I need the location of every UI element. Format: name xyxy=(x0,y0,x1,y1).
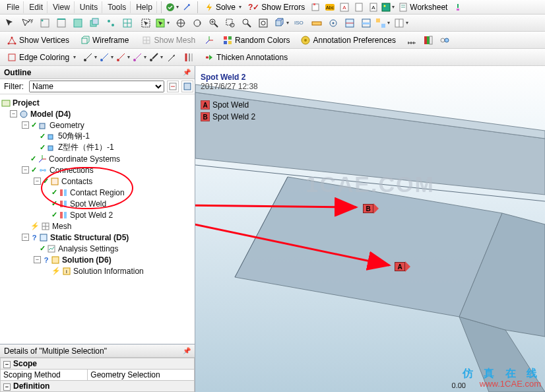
svg-point-57 xyxy=(15,42,16,44)
menu-tools[interactable]: Tools xyxy=(104,1,131,13)
tree-solinfo[interactable]: Solution Information xyxy=(73,267,144,276)
edge-coloring-button[interactable]: Edge Coloring▾ xyxy=(3,50,80,65)
menu-edit[interactable]: Edit xyxy=(25,1,48,13)
tree-geo1[interactable]: 50角钢-1 xyxy=(58,131,90,142)
menu-view[interactable]: View xyxy=(49,1,75,13)
solve-button[interactable]: Solve▾ xyxy=(202,2,244,13)
sel-vertex-icon[interactable] xyxy=(38,16,52,30)
tree-geometry[interactable]: Geometry xyxy=(49,121,84,130)
edge-style-1-icon[interactable]: ▾ xyxy=(99,50,113,65)
zoom-icon[interactable] xyxy=(207,16,221,30)
select-mode-1-icon[interactable] xyxy=(3,16,17,30)
tb-icon-abc[interactable]: Abc xyxy=(323,1,337,13)
tree-solution[interactable]: Solution (D6) xyxy=(62,255,112,265)
edge-thick-icon[interactable] xyxy=(181,50,196,65)
tree-connections[interactable]: Connections xyxy=(49,166,94,175)
refresh-icon[interactable]: ▾ xyxy=(166,1,179,13)
marker-b[interactable]: B xyxy=(363,203,379,214)
move-icon[interactable] xyxy=(180,1,193,13)
select-mode-2-icon[interactable]: xy xyxy=(19,16,34,30)
tree-contacts[interactable]: Contacts xyxy=(61,177,92,186)
menu-file[interactable]: File xyxy=(3,1,24,13)
edge-arrow-icon[interactable] xyxy=(165,50,179,65)
explode-icon[interactable]: ▾ xyxy=(375,16,390,30)
tree-project[interactable]: Project xyxy=(13,98,40,108)
svg-line-82 xyxy=(86,53,92,59)
tb-icon-1[interactable] xyxy=(309,1,322,13)
tb-icon-info[interactable] xyxy=(451,1,465,13)
marker-a[interactable]: A xyxy=(395,261,410,272)
scale-icon[interactable] xyxy=(404,33,419,48)
filter-expand-icon[interactable] xyxy=(181,81,193,92)
tree-coord[interactable]: Coordinate Systems xyxy=(49,154,120,164)
tb-icon-doc1[interactable] xyxy=(352,1,366,13)
tree-static[interactable]: Static Structural (D5) xyxy=(50,233,129,242)
wireframe-button[interactable]: Wireframe xyxy=(76,33,133,48)
tree-contact-region[interactable]: Contact Region xyxy=(70,188,125,197)
worksheet-button[interactable]: Worksheet xyxy=(396,2,450,13)
rotate-icon[interactable] xyxy=(190,16,205,30)
menu-units[interactable]: Units xyxy=(76,1,102,13)
pan-icon[interactable] xyxy=(174,16,188,30)
probe-icon[interactable] xyxy=(326,16,340,30)
svg-rect-103 xyxy=(48,146,53,150)
tree-mesh[interactable]: Mesh xyxy=(52,222,71,231)
edge-style-0-icon[interactable]: ▾ xyxy=(82,50,97,65)
zoom-box-icon[interactable] xyxy=(223,16,238,30)
question-icon: ?✓ xyxy=(248,3,259,12)
expander[interactable]: − xyxy=(34,256,41,263)
sel-face-icon[interactable] xyxy=(71,16,85,30)
tree-spot-weld-2[interactable]: Spot Weld 2 xyxy=(70,211,113,220)
thicken-annotations-button[interactable]: Thicken Annotations xyxy=(200,50,292,65)
tree-model[interactable]: Model (D4) xyxy=(30,110,71,119)
box-select-icon[interactable] xyxy=(139,16,153,30)
graphics-viewport[interactable]: 1CAE.COM Spot Weld 2 2017/6/27 12:38 A S… xyxy=(195,66,545,392)
pin-icon[interactable]: 📌 xyxy=(183,347,191,354)
legend-toggle-icon[interactable] xyxy=(421,33,435,48)
sel-body-icon[interactable] xyxy=(87,16,102,30)
tree-spot-weld-1[interactable]: Spot Weld xyxy=(70,199,106,209)
outline-tree[interactable]: Project − Model (D4) − ✓ Geometry ✓ 50角钢… xyxy=(0,94,195,344)
expander[interactable]: − xyxy=(10,110,17,117)
svg-line-90 xyxy=(152,53,158,59)
sel-edge-icon[interactable] xyxy=(54,16,69,30)
expander[interactable]: − xyxy=(34,178,41,185)
ruler-icon[interactable] xyxy=(309,16,324,30)
edge-style-4-icon[interactable]: ▾ xyxy=(148,50,163,65)
filter-select[interactable]: Name xyxy=(29,81,164,92)
expander[interactable]: − xyxy=(22,166,29,174)
expander[interactable]: − xyxy=(3,383,11,391)
sel-element-icon[interactable] xyxy=(120,16,135,30)
tree-analysis[interactable]: Analysis Settings xyxy=(58,244,118,253)
triad-icon[interactable] xyxy=(437,33,452,48)
expander[interactable]: − xyxy=(22,121,29,129)
sel-node-icon[interactable] xyxy=(104,16,118,30)
box-select-green-icon[interactable]: ▾ xyxy=(155,16,170,30)
slice-icon[interactable] xyxy=(359,16,373,30)
fit-icon[interactable] xyxy=(240,16,254,30)
tree-geo2[interactable]: Z型件（件1）-1 xyxy=(58,142,114,153)
fit-all-icon[interactable] xyxy=(256,16,271,30)
scoping-method-value[interactable]: Geometry Selection xyxy=(88,370,195,381)
edge-style-3-icon[interactable]: ▾ xyxy=(132,50,146,65)
edge-style-2-icon[interactable]: ▾ xyxy=(115,50,130,65)
layout-icon[interactable]: ▾ xyxy=(394,16,408,30)
filter-clear-icon[interactable] xyxy=(167,81,179,92)
axes-icon[interactable] xyxy=(202,33,216,48)
menu-help[interactable]: Help xyxy=(132,1,157,13)
tb-icon-a[interactable]: A xyxy=(338,1,351,13)
svg-point-87 xyxy=(133,59,136,61)
iso-view-icon[interactable]: ISO xyxy=(291,16,305,30)
expander[interactable]: − xyxy=(22,234,29,241)
show-vertices-button[interactable]: Show Vertices xyxy=(3,33,74,48)
pin-icon[interactable]: 📌 xyxy=(183,69,191,76)
random-colors-button[interactable]: Random Colors xyxy=(218,33,294,48)
expander[interactable]: − xyxy=(3,361,11,368)
check-icon: ✓ xyxy=(43,177,49,185)
tb-icon-doc2[interactable]: A xyxy=(367,1,380,13)
section-icon[interactable] xyxy=(342,16,357,30)
show-errors-button[interactable]: ?✓ Show Errors xyxy=(245,2,307,13)
annotation-prefs-button[interactable]: Annotation Preferences xyxy=(296,33,400,48)
view-cube-icon[interactable]: ▾ xyxy=(274,16,289,30)
tb-icon-gallery[interactable]: ▾ xyxy=(381,1,395,13)
